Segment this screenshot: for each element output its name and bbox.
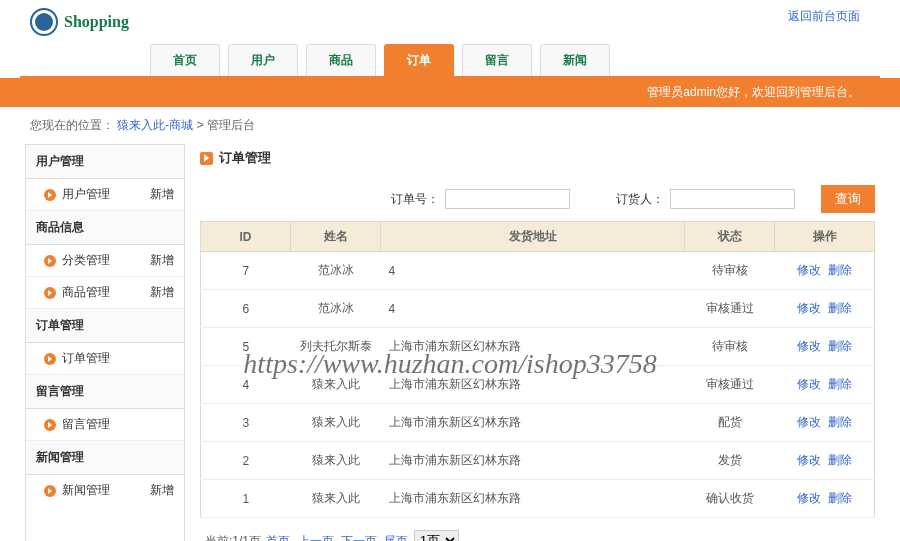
cell-address: 上海市浦东新区幻林东路 [381,480,685,518]
pagination: 当前:1/1页 首页 上一页 下一页 尾页 1页 [200,518,875,541]
breadcrumb: 您现在的位置： 猿来入此-商城 > 管理后台 [0,107,900,144]
edit-link[interactable]: 修改 [797,263,821,277]
nav-tab-1[interactable]: 用户 [228,44,298,76]
breadcrumb-prefix: 您现在的位置： [30,118,114,132]
arrow-bullet-icon [44,419,56,431]
cell-status: 待审核 [685,252,775,290]
delete-link[interactable]: 删除 [828,491,852,505]
table-row: 4猿来入此上海市浦东新区幻林东路审核通过修改 删除 [201,366,875,404]
cell-ops: 修改 删除 [775,252,875,290]
cell-ops: 修改 删除 [775,442,875,480]
table-row: 1猿来入此上海市浦东新区幻林东路确认收货修改 删除 [201,480,875,518]
nav-tab-0[interactable]: 首页 [150,44,220,76]
search-button[interactable]: 查询 [821,185,875,213]
nav-tabs: 首页用户商品订单留言新闻 [20,44,880,78]
content-title: 订单管理 [200,144,875,177]
sidebar-link[interactable]: 留言管理 [44,416,110,433]
cell-status: 待审核 [685,328,775,366]
col-header: ID [201,222,291,252]
edit-link[interactable]: 修改 [797,301,821,315]
sidebar-item: 商品管理新增 [26,277,184,309]
nav-tab-5[interactable]: 新闻 [540,44,610,76]
logo-icon [30,8,58,36]
table-row: 7范冰冰4待审核修改 删除 [201,252,875,290]
sidebar-item: 留言管理 [26,409,184,441]
delete-link[interactable]: 删除 [828,377,852,391]
table-row: 5列夫托尔斯泰上海市浦东新区幻林东路待审核修改 删除 [201,328,875,366]
cell-address: 上海市浦东新区幻林东路 [381,442,685,480]
logo-area: Shopping [20,5,880,44]
nav-tab-4[interactable]: 留言 [462,44,532,76]
page-info: 当前:1/1页 [205,534,261,541]
delete-link[interactable]: 删除 [828,301,852,315]
sidebar-add-link[interactable]: 新增 [150,252,174,269]
cell-status: 审核通过 [685,366,775,404]
edit-link[interactable]: 修改 [797,453,821,467]
brand-text: Shopping [64,13,129,31]
cell-name: 猿来入此 [291,404,381,442]
arrow-bullet-icon [44,287,56,299]
page-next[interactable]: 下一页 [341,534,377,541]
col-header: 发货地址 [381,222,685,252]
sidebar-add-link[interactable]: 新增 [150,284,174,301]
sidebar-link[interactable]: 订单管理 [44,350,110,367]
delete-link[interactable]: 删除 [828,453,852,467]
orders-table: ID姓名发货地址状态操作 7范冰冰4待审核修改 删除6范冰冰4审核通过修改 删除… [200,221,875,518]
cell-id: 2 [201,442,291,480]
nav-tab-3[interactable]: 订单 [384,44,454,76]
cell-name: 范冰冰 [291,290,381,328]
cell-ops: 修改 删除 [775,366,875,404]
sidebar-link[interactable]: 商品管理 [44,284,110,301]
delete-link[interactable]: 删除 [828,263,852,277]
breadcrumb-link[interactable]: 猿来入此-商城 [117,118,193,132]
cell-address: 上海市浦东新区幻林东路 [381,328,685,366]
cell-status: 配货 [685,404,775,442]
back-to-front-link[interactable]: 返回前台页面 [788,8,860,25]
cell-ops: 修改 删除 [775,328,875,366]
cell-name: 列夫托尔斯泰 [291,328,381,366]
table-row: 6范冰冰4审核通过修改 删除 [201,290,875,328]
edit-link[interactable]: 修改 [797,415,821,429]
sidebar-section-title: 商品信息 [26,211,184,245]
sidebar-item: 用户管理新增 [26,179,184,211]
cell-id: 1 [201,480,291,518]
edit-link[interactable]: 修改 [797,491,821,505]
sidebar-link[interactable]: 新闻管理 [44,482,110,499]
order-no-input[interactable] [445,189,570,209]
cell-address: 上海市浦东新区幻林东路 [381,366,685,404]
col-header: 姓名 [291,222,381,252]
person-input[interactable] [670,189,795,209]
cell-id: 4 [201,366,291,404]
page-select[interactable]: 1页 [414,530,459,541]
cell-ops: 修改 删除 [775,480,875,518]
sidebar-link[interactable]: 分类管理 [44,252,110,269]
edit-link[interactable]: 修改 [797,339,821,353]
table-row: 3猿来入此上海市浦东新区幻林东路配货修改 删除 [201,404,875,442]
cell-ops: 修改 删除 [775,404,875,442]
cell-address: 4 [381,290,685,328]
search-row: 订单号： 订货人： 查询 [200,177,875,221]
sidebar-section-title: 订单管理 [26,309,184,343]
sidebar-add-link[interactable]: 新增 [150,186,174,203]
sidebar-link[interactable]: 用户管理 [44,186,110,203]
cell-id: 7 [201,252,291,290]
col-header: 操作 [775,222,875,252]
cell-ops: 修改 删除 [775,290,875,328]
sidebar-add-link[interactable]: 新增 [150,482,174,499]
edit-link[interactable]: 修改 [797,377,821,391]
label-person: 订货人： [616,191,664,208]
page-prev[interactable]: 上一页 [298,534,334,541]
sidebar-item-label: 订单管理 [62,350,110,367]
sidebar-item-label: 用户管理 [62,186,110,203]
delete-link[interactable]: 删除 [828,339,852,353]
sidebar-section-title: 新闻管理 [26,441,184,475]
cell-name: 猿来入此 [291,366,381,404]
page-first[interactable]: 首页 [266,534,290,541]
cell-name: 猿来入此 [291,442,381,480]
col-header: 状态 [685,222,775,252]
sidebar-item-label: 分类管理 [62,252,110,269]
cell-status: 确认收货 [685,480,775,518]
nav-tab-2[interactable]: 商品 [306,44,376,76]
page-last[interactable]: 尾页 [384,534,408,541]
delete-link[interactable]: 删除 [828,415,852,429]
